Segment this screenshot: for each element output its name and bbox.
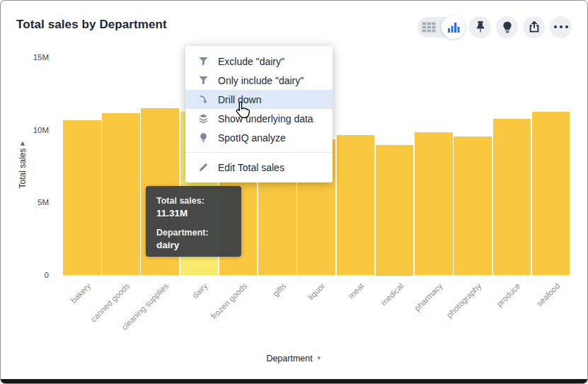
more-ellipsis-icon bbox=[553, 25, 569, 29]
menu-separator bbox=[185, 152, 333, 153]
y-tick-label: 0 bbox=[19, 271, 49, 279]
pencil-icon bbox=[197, 162, 209, 173]
drill-down-arrow-icon bbox=[197, 94, 209, 105]
bottom-edge bbox=[1, 379, 587, 383]
toolbar bbox=[417, 16, 572, 38]
view-toggle bbox=[417, 17, 464, 37]
chart-tooltip: Total sales: 11.31M Department: dairy bbox=[146, 186, 241, 257]
x-tick-label: seafood bbox=[493, 281, 563, 351]
x-tick-label: produce bbox=[454, 281, 524, 351]
x-tick-label: gifts bbox=[219, 281, 289, 351]
hand-cursor-icon bbox=[233, 100, 251, 123]
x-axis-title[interactable]: Department▼ bbox=[1, 354, 587, 363]
caret-down-icon: ▼ bbox=[316, 355, 322, 361]
bar-photography[interactable] bbox=[454, 136, 492, 276]
x-tick-label: photography bbox=[415, 281, 484, 351]
menu-item-spotiq-analyze[interactable]: SpotIQ analyze bbox=[185, 128, 333, 147]
tooltip-measure-label: Total sales: bbox=[156, 195, 231, 207]
page-title: Total sales by Department bbox=[16, 18, 167, 32]
filter-icon bbox=[197, 75, 209, 86]
chart-view-icon bbox=[447, 22, 460, 33]
lightbulb-icon bbox=[501, 21, 514, 33]
table-view-icon bbox=[422, 22, 436, 33]
x-tick-label: pharmacy bbox=[376, 281, 445, 351]
x-tick-label: cleaning supplies bbox=[103, 281, 172, 351]
x-tick-label: frozen goods bbox=[180, 281, 250, 351]
tooltip-measure-value: 11.31M bbox=[156, 207, 231, 220]
menu-item-label: Edit Total sales bbox=[218, 162, 284, 173]
share-button[interactable] bbox=[523, 16, 545, 38]
y-axis-title[interactable]: Total sales▶ bbox=[18, 94, 28, 235]
x-tick-label: medical bbox=[337, 281, 406, 351]
menu-item-edit-total-sales[interactable]: Edit Total sales bbox=[185, 158, 333, 177]
table-view-button[interactable] bbox=[422, 22, 436, 35]
menu-item-only-include[interactable]: Only include "dairy" bbox=[185, 71, 333, 90]
tooltip-attribute-label: Department: bbox=[156, 227, 231, 239]
context-menu: Exclude "dairy" Only include "dairy" Dri… bbox=[185, 46, 333, 182]
chart-view-button[interactable] bbox=[442, 16, 465, 39]
x-tick-label: meat bbox=[298, 281, 367, 351]
pin-icon bbox=[475, 21, 486, 33]
menu-item-label: Only include "dairy" bbox=[218, 75, 304, 86]
y-axis-title-label: Total sales bbox=[18, 149, 28, 189]
layers-icon bbox=[197, 113, 209, 124]
bar-seafood[interactable] bbox=[532, 112, 570, 276]
lightbulb-icon bbox=[197, 132, 209, 144]
y-tick-label: 15M bbox=[19, 53, 49, 62]
menu-item-exclude[interactable]: Exclude "dairy" bbox=[185, 52, 333, 71]
x-axis-title-label: Department bbox=[266, 354, 312, 363]
filter-icon bbox=[197, 56, 209, 67]
x-tick-label: bakery bbox=[24, 281, 93, 351]
lightbulb-button[interactable] bbox=[496, 16, 518, 38]
bar-bakery[interactable] bbox=[63, 120, 101, 275]
caret-down-icon: ▶ bbox=[19, 141, 25, 146]
x-tick-label: canned goods bbox=[63, 281, 132, 351]
more-options-button[interactable] bbox=[550, 16, 572, 38]
bar-pharmacy[interactable] bbox=[415, 132, 453, 276]
bar-meat[interactable] bbox=[337, 135, 375, 276]
pin-button[interactable] bbox=[469, 16, 491, 38]
menu-item-label: SpotIQ analyze bbox=[218, 132, 286, 144]
tooltip-attribute-value: dairy bbox=[156, 239, 231, 252]
chart-widget: Total sales by Department bbox=[0, 0, 588, 384]
bar-produce[interactable] bbox=[493, 119, 531, 275]
x-tick-label: dairy bbox=[142, 281, 211, 351]
menu-item-show-underlying-data[interactable]: Show underlying data bbox=[185, 109, 333, 128]
menu-item-label: Exclude "dairy" bbox=[218, 56, 284, 67]
x-tick-label: liquor bbox=[258, 281, 328, 351]
bar-medical[interactable] bbox=[376, 145, 414, 276]
bar-canned-goods[interactable] bbox=[102, 113, 140, 276]
menu-item-drill-down[interactable]: Drill down bbox=[185, 90, 333, 109]
share-icon bbox=[528, 21, 541, 33]
